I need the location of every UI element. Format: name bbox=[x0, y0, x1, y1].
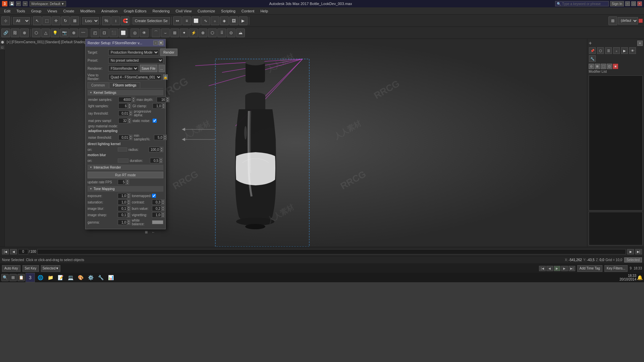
dl-radius-up[interactable]: ▲ bbox=[160, 147, 163, 149]
taskbar-app-6[interactable]: 🎨 bbox=[76, 273, 85, 282]
mb-duration-up[interactable]: ▲ bbox=[159, 158, 163, 161]
exposure-down[interactable]: ▼ bbox=[127, 196, 130, 198]
saturation-input[interactable] bbox=[118, 199, 127, 205]
menu-content[interactable]: Content bbox=[239, 8, 257, 14]
exposure-up[interactable]: ▲ bbox=[127, 193, 130, 196]
timeline-next-btn[interactable]: ▶ bbox=[627, 249, 634, 254]
percent-btn[interactable]: % bbox=[102, 16, 111, 25]
modifier-list-box[interactable] bbox=[589, 75, 643, 210]
burn-value-up[interactable]: ▲ bbox=[161, 206, 165, 208]
max-depth-input[interactable]: 16 bbox=[157, 97, 166, 102]
gamma-input[interactable] bbox=[118, 220, 127, 225]
align-btn[interactable]: ≡ bbox=[182, 16, 191, 25]
helper-btn[interactable]: ⊕ bbox=[69, 28, 78, 37]
particle-btn[interactable]: ✦ bbox=[180, 28, 189, 37]
menu-tools[interactable]: Tools bbox=[14, 8, 28, 14]
workspace-dropdown[interactable]: Workspace: Default ▼ bbox=[30, 1, 66, 6]
min-samples-input[interactable] bbox=[154, 135, 163, 140]
quick-access-undo[interactable]: ↩ bbox=[16, 1, 21, 6]
filter-dropdown[interactable]: All bbox=[13, 17, 30, 24]
menu-group[interactable]: Group bbox=[29, 8, 44, 14]
main-viewport[interactable]: RRCG RRCG RRCG RRCG 人人素材 人人素材 人人素材 人人素材 … bbox=[5, 39, 587, 247]
quick-access-redo[interactable]: ↪ bbox=[23, 1, 28, 6]
mat-prev-input[interactable] bbox=[118, 118, 128, 123]
layer-btn[interactable]: ⬜ bbox=[192, 16, 201, 25]
timeline-start-btn[interactable]: |◀ bbox=[2, 249, 9, 254]
pb-play[interactable]: ▶ bbox=[554, 266, 560, 271]
render-samples-input[interactable]: 4000 bbox=[118, 97, 132, 102]
target-dropdown[interactable]: Production Rendering Mode bbox=[108, 49, 159, 55]
key-filters-btn[interactable]: Key Filters... bbox=[604, 265, 628, 272]
render-button[interactable]: Render bbox=[160, 49, 177, 56]
isolate-btn[interactable]: ◎ bbox=[130, 28, 139, 37]
menu-modifiers[interactable]: Modifiers bbox=[77, 8, 98, 14]
rp-util-btn[interactable]: 🔧 bbox=[589, 55, 596, 62]
move-btn[interactable]: ✛ bbox=[52, 16, 60, 25]
renderer-options-btn[interactable]: ... bbox=[159, 65, 165, 72]
pb-prev-key[interactable]: |◀ bbox=[539, 266, 546, 271]
add-time-tag-btn[interactable]: Add Time Tag bbox=[577, 265, 602, 272]
menu-views[interactable]: Views bbox=[45, 8, 60, 14]
rp-mod-btn[interactable]: ☰ bbox=[605, 47, 612, 54]
image-blur-up[interactable]: ▲ bbox=[127, 206, 130, 208]
min-samples-up[interactable]: ▲ bbox=[163, 135, 167, 137]
dl-radius-down[interactable]: ▼ bbox=[160, 149, 163, 152]
add-modifier-btn[interactable]: + bbox=[589, 40, 592, 46]
snap-btn[interactable]: 🧲 bbox=[121, 16, 129, 25]
left-panel-icon1[interactable]: ⬤ bbox=[0, 40, 5, 44]
render-btn[interactable]: ▶ bbox=[239, 16, 248, 25]
timeline-end-btn[interactable]: ▶| bbox=[635, 249, 642, 254]
spacewarp-btn[interactable]: 〰 bbox=[79, 28, 88, 37]
renderer-dropdown[interactable]: FStormRender v0.3-4 bbox=[108, 65, 139, 71]
timeline-track[interactable] bbox=[37, 249, 626, 254]
taskbar-start-icon[interactable]: ⊞ bbox=[9, 274, 17, 281]
display-btn[interactable]: 👁 bbox=[140, 28, 149, 37]
menu-animation[interactable]: Animation bbox=[99, 8, 120, 14]
terrain-btn[interactable]: ⛰ bbox=[236, 28, 245, 37]
spin1-btn[interactable]: ↕ bbox=[111, 16, 120, 25]
render-samples-down[interactable]: ▼ bbox=[132, 100, 135, 102]
taskbar-app-8[interactable]: 🔧 bbox=[96, 273, 105, 282]
bind-btn[interactable]: ⊗ bbox=[20, 28, 29, 37]
run-rt-mode-btn[interactable]: Run RT mode bbox=[88, 172, 163, 178]
rp-pin-btn[interactable]: 📌 bbox=[589, 47, 596, 54]
rp-icon-d[interactable]: ⊡ bbox=[607, 64, 612, 69]
rp-icon-b[interactable]: ⊠ bbox=[595, 64, 600, 69]
left-panel-icon2[interactable]: ◱ bbox=[0, 45, 5, 50]
mat-prev-up[interactable]: ▲ bbox=[128, 118, 131, 121]
select-invert-btn[interactable]: ⊡ bbox=[100, 28, 109, 37]
select-filter2-btn[interactable]: ◰ bbox=[91, 28, 99, 37]
light-samples-input[interactable] bbox=[118, 103, 128, 109]
taskbar-notification-icon[interactable]: 🔔 bbox=[637, 275, 643, 280]
update-rate-up[interactable]: ▲ bbox=[126, 179, 129, 182]
current-frame-input[interactable] bbox=[18, 249, 28, 254]
loft-btn[interactable]: ⬡ bbox=[208, 28, 217, 37]
kernel-section-header[interactable]: ▼ Kernel Settings bbox=[88, 90, 163, 96]
boolean-btn[interactable]: ⊕ bbox=[199, 28, 207, 37]
saturation-down[interactable]: ▼ bbox=[127, 202, 130, 205]
light-samples-down[interactable]: ▼ bbox=[128, 106, 131, 109]
search-box[interactable]: 🔍 Type a keyword or phrase bbox=[555, 1, 609, 6]
select-none-btn[interactable]: ⬜ bbox=[119, 28, 127, 37]
image-sharp-up[interactable]: ▲ bbox=[127, 212, 130, 215]
maximize-btn[interactable]: □ bbox=[631, 1, 636, 6]
viewport-layout-btn[interactable]: ⊞ bbox=[608, 16, 617, 25]
taskbar-app-notepad[interactable]: 📝 bbox=[56, 273, 65, 282]
material-editor-btn[interactable]: ◈ bbox=[220, 16, 229, 25]
menu-help[interactable]: Help bbox=[258, 8, 271, 14]
tab-fstorm[interactable]: FStorm settings bbox=[109, 82, 140, 88]
menu-customize[interactable]: Customize bbox=[195, 8, 218, 14]
max-depth-down[interactable]: ▼ bbox=[166, 100, 169, 102]
render-setup-min-btn[interactable]: − bbox=[153, 41, 158, 45]
curve-editor-btn[interactable]: ∿ bbox=[201, 16, 210, 25]
ray-threshold-input[interactable] bbox=[118, 111, 129, 116]
close-btn[interactable]: ✕ bbox=[637, 1, 642, 6]
gi-clamp-input[interactable] bbox=[153, 103, 162, 109]
lock-btn[interactable]: 🔒 bbox=[163, 74, 168, 80]
light-samples-up[interactable]: ▲ bbox=[128, 103, 131, 106]
rp-icon-e[interactable]: ■ bbox=[613, 64, 618, 69]
create-selection-set-btn[interactable]: Create Selection Se bbox=[132, 17, 170, 24]
coord-system-dropdown[interactable]: Local bbox=[82, 17, 99, 24]
burn-value-input[interactable] bbox=[152, 206, 161, 211]
gi-clamp-up[interactable]: ▲ bbox=[162, 103, 165, 106]
